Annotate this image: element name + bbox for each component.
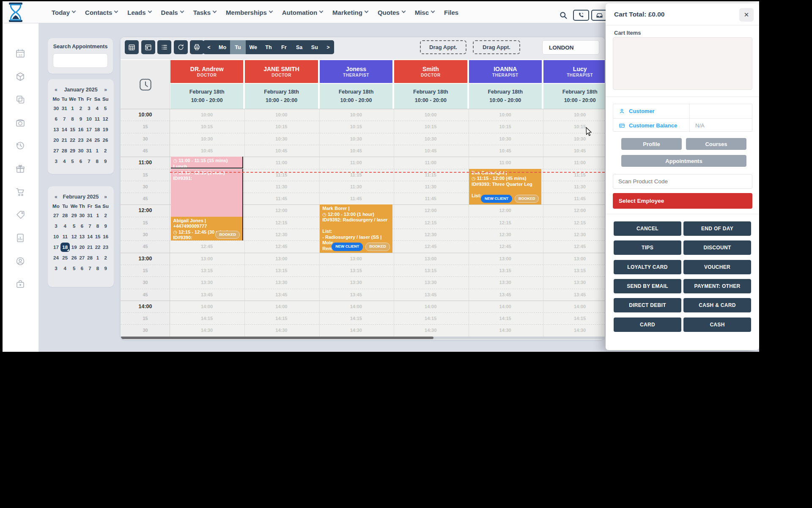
slot-time-ghost[interactable]: 14:30 <box>469 324 542 336</box>
day-cell[interactable]: 8 <box>94 221 102 231</box>
slot-time-ghost[interactable]: 11:30 <box>244 181 318 193</box>
slot-time-ghost[interactable]: 12:45 <box>543 240 605 252</box>
slot-time-ghost[interactable]: 14:30 <box>543 324 605 336</box>
slot-time-ghost[interactable]: 12:15 <box>469 217 542 229</box>
slot-time-ghost[interactable]: 14:30 <box>319 324 393 336</box>
day-cell[interactable]: 2 <box>77 103 85 113</box>
slot-time-ghost[interactable]: 14:15 <box>319 312 393 324</box>
day-tab-th[interactable]: Th <box>261 40 276 54</box>
customer-balance-link[interactable]: Customer Balance <box>613 122 689 129</box>
day-cell[interactable]: 5 <box>102 103 110 113</box>
appointment-block[interactable]: ◷ 11:15 - 12:15 (1 hour)ID#9391: <box>171 169 243 217</box>
slot-time-ghost[interactable]: 13:15 <box>319 265 393 276</box>
slot-time-ghost[interactable]: 12:30 <box>543 229 605 240</box>
slot-time-ghost[interactable]: 13:00 <box>170 253 244 265</box>
slot-time-ghost[interactable]: 11:45 <box>394 193 467 204</box>
slot-time-ghost[interactable]: 13:45 <box>244 289 318 301</box>
nav-item-contacts[interactable]: Contacts <box>85 9 118 16</box>
slot-time-ghost[interactable]: 10:30 <box>394 133 467 145</box>
slot-time-ghost[interactable]: 11:00 <box>244 157 318 168</box>
day-cell[interactable]: 3 <box>52 221 60 231</box>
day-cell[interactable]: 21 <box>60 135 68 145</box>
day-cell[interactable]: 29 <box>69 145 77 156</box>
slot-time-ghost[interactable]: 12:45 <box>170 240 244 252</box>
slot-time-ghost[interactable]: 10:00 <box>319 109 393 121</box>
day-cell[interactable]: 26 <box>102 135 110 145</box>
cancel-button[interactable]: CANCEL <box>614 221 681 236</box>
day-cell[interactable]: 13 <box>52 124 60 135</box>
slot-time-ghost[interactable]: 12:15 <box>543 217 605 229</box>
slot-time-ghost[interactable]: 13:00 <box>319 253 393 265</box>
slot-time-ghost[interactable]: 13:45 <box>469 289 542 301</box>
slot-time-ghost[interactable]: 14:15 <box>469 312 542 324</box>
day-cell[interactable]: 9 <box>77 113 85 124</box>
day-cell[interactable]: 11 <box>60 231 70 242</box>
slot-time-ghost[interactable]: 13:15 <box>244 265 318 276</box>
slot-time-ghost[interactable]: 14:00 <box>394 301 467 312</box>
nav-item-files[interactable]: Files <box>444 9 458 16</box>
day-cell[interactable]: 25 <box>60 252 70 263</box>
slot-time-ghost[interactable]: 11:30 <box>394 181 467 193</box>
slot-time-ghost[interactable]: 10:15 <box>469 121 542 133</box>
slot-time-ghost[interactable]: 14:00 <box>319 301 393 312</box>
slot-time-ghost[interactable]: 12:45 <box>244 240 318 252</box>
slot-time-ghost[interactable]: 10:45 <box>244 145 318 157</box>
staff-header-smith[interactable]: SmithDOCTOR <box>394 60 467 83</box>
day-cell[interactable]: 30 <box>52 103 60 113</box>
day-cell[interactable]: 27 <box>52 145 60 156</box>
day-cell[interactable]: 1 <box>94 210 102 221</box>
day-cell[interactable]: 14 <box>86 231 94 242</box>
slot-time-ghost[interactable]: 10:00 <box>543 109 605 121</box>
slot-time-ghost[interactable]: 12:00 <box>244 204 318 216</box>
slot-time-ghost[interactable]: 14:30 <box>394 324 467 336</box>
inbox-button[interactable] <box>591 10 607 21</box>
card-button[interactable]: CARD <box>614 318 681 332</box>
week-view-button[interactable] <box>141 40 155 54</box>
slot-time-ghost[interactable]: 10:15 <box>244 121 318 133</box>
slot-time-ghost[interactable]: 11:30 <box>319 181 393 193</box>
day-cell[interactable]: 12 <box>102 113 110 124</box>
next-month-icon[interactable]: » <box>103 194 108 200</box>
location-select[interactable]: LONDON <box>542 40 599 55</box>
slot-time-ghost[interactable]: 13:45 <box>394 289 467 301</box>
slot-time-ghost[interactable]: 10:15 <box>394 121 467 133</box>
slot-time-ghost[interactable]: 12:45 <box>394 240 467 252</box>
scrollbar-thumb[interactable] <box>121 337 433 339</box>
slot-time-ghost[interactable]: 11:15 <box>543 169 605 181</box>
cash-card-button[interactable]: CASH & CARD <box>683 298 751 312</box>
copy-icon[interactable] <box>15 94 25 105</box>
slot-time-ghost[interactable]: 10:45 <box>170 145 244 157</box>
prev-day-icon[interactable]: < <box>203 40 215 54</box>
app-logo-hourglass[interactable] <box>8 2 24 24</box>
day-cell[interactable]: 9 <box>102 156 110 166</box>
tag-icon[interactable] <box>15 210 25 220</box>
day-cell[interactable]: 6 <box>78 221 86 231</box>
customer-link[interactable]: Customer <box>613 108 689 114</box>
slot-time-ghost[interactable]: 11:00 <box>469 157 542 168</box>
day-cell[interactable]: 30 <box>77 145 85 156</box>
day-cell[interactable]: 6 <box>52 113 60 124</box>
day-cell[interactable]: 23 <box>102 242 110 252</box>
day-cell[interactable]: 2 <box>102 145 110 156</box>
day-cell[interactable]: 8 <box>94 263 102 273</box>
slot-time-ghost[interactable]: 12:15 <box>394 217 467 229</box>
slot-time-ghost[interactable]: 13:30 <box>543 276 605 288</box>
day-cell[interactable]: 26 <box>70 252 78 263</box>
agenda-view-button[interactable] <box>157 40 171 54</box>
staff-header-lucy[interactable]: LucyTHERAPIST <box>543 60 605 83</box>
slot-time-ghost[interactable]: 13:45 <box>170 289 244 301</box>
nav-item-memberships[interactable]: Memberships <box>226 9 272 16</box>
day-tab-tu[interactable]: Tu <box>230 40 245 54</box>
history-icon[interactable] <box>15 141 25 151</box>
day-tab-we[interactable]: We <box>246 40 261 54</box>
slot-time-ghost[interactable]: 12:00 <box>394 204 467 216</box>
nav-item-today[interactable]: Today <box>52 9 75 16</box>
slot-time-ghost[interactable]: 12:30 <box>244 229 318 240</box>
slot-time-ghost[interactable]: 14:30 <box>244 324 318 336</box>
account-icon[interactable] <box>15 256 25 266</box>
nav-item-marketing[interactable]: Marketing <box>332 9 368 16</box>
products-icon[interactable] <box>15 72 25 82</box>
day-cell[interactable]: 16 <box>102 231 110 242</box>
nav-item-tasks[interactable]: Tasks <box>193 9 216 16</box>
slot-time-ghost[interactable]: 10:15 <box>170 121 244 133</box>
